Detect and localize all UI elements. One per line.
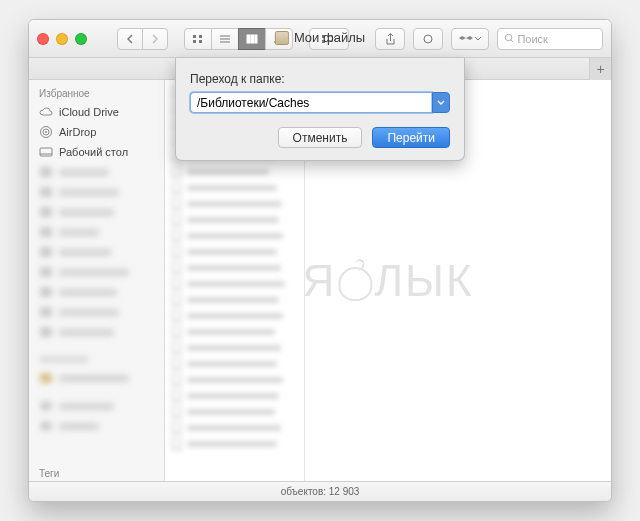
list-item [165,164,304,180]
list-item [165,420,304,436]
path-input[interactable] [190,92,432,113]
desktop-icon [39,145,53,159]
sidebar-blurred-items [29,162,164,436]
close-button[interactable] [37,33,49,45]
sidebar-item-desktop[interactable]: Рабочий стол [29,142,164,162]
apple-icon [338,261,372,301]
svg-rect-0 [193,35,196,38]
list-item [165,340,304,356]
search-icon [504,33,513,44]
svg-point-17 [505,34,511,40]
path-field-wrapper [190,92,450,113]
zoom-button[interactable] [75,33,87,45]
view-icon-button[interactable] [184,28,212,50]
svg-point-21 [45,131,47,133]
svg-rect-22 [40,148,52,156]
list-item [165,276,304,292]
list-item [165,244,304,260]
view-columns-button[interactable] [238,28,266,50]
list-item [165,228,304,244]
status-text: объектов: 12 903 [281,486,360,497]
view-list-button[interactable] [211,28,239,50]
list-item [165,436,304,452]
svg-rect-7 [247,35,250,43]
svg-line-18 [511,40,513,43]
list-item [165,292,304,308]
cancel-button[interactable]: Отменить [278,127,363,148]
tags-button[interactable] [413,28,443,50]
list-item [165,356,304,372]
folder-icon [275,31,289,45]
list-item [165,260,304,276]
airdrop-icon [39,125,53,139]
new-tab-button[interactable]: + [589,58,611,80]
list-item [165,180,304,196]
svg-rect-2 [193,40,196,43]
traffic-lights [37,33,87,45]
sidebar-section-tags: Теги [39,468,59,479]
dialog-title: Переход к папке: [190,72,450,86]
svg-point-16 [424,35,432,43]
chevron-down-icon [437,100,445,106]
forward-button[interactable] [142,28,168,50]
dropbox-button[interactable] [451,28,489,50]
back-button[interactable] [117,28,143,50]
window-title: Мои файлы [275,30,365,45]
svg-rect-1 [199,35,202,38]
search-input[interactable] [517,33,596,45]
list-item [165,212,304,228]
nav-buttons [117,28,168,50]
list-item [165,308,304,324]
cloud-icon [39,105,53,119]
sidebar-item-label: iCloud Drive [59,106,119,118]
list-item [165,404,304,420]
sidebar-item-airdrop[interactable]: AirDrop [29,122,164,142]
sidebar: Избранное iCloud Drive AirDrop Рабочий с… [29,80,165,481]
finder-window: Мои файлы Мои файлы + Избранное [28,19,612,502]
list-item [165,388,304,404]
svg-rect-8 [251,35,254,43]
list-item [165,372,304,388]
svg-rect-3 [199,40,202,43]
sidebar-section-favorites: Избранное [29,86,164,102]
list-item [165,324,304,340]
go-to-folder-dialog: Переход к папке: Отменить Перейти [175,58,465,161]
watermark: Я ЛЫК [302,256,473,306]
sidebar-item-icloud[interactable]: iCloud Drive [29,102,164,122]
window-title-text: Мои файлы [294,30,365,45]
sidebar-item-label: Рабочий стол [59,146,128,158]
svg-rect-9 [255,35,257,43]
dialog-buttons: Отменить Перейти [190,127,450,148]
path-history-dropdown[interactable] [432,92,450,113]
toolbar-right [375,28,603,50]
status-bar: объектов: 12 903 [29,481,611,501]
sidebar-item-label: AirDrop [59,126,96,138]
search-field[interactable] [497,28,603,50]
titlebar: Мои файлы [29,20,611,58]
go-button[interactable]: Перейти [372,127,450,148]
list-item [165,196,304,212]
share-button[interactable] [375,28,405,50]
minimize-button[interactable] [56,33,68,45]
